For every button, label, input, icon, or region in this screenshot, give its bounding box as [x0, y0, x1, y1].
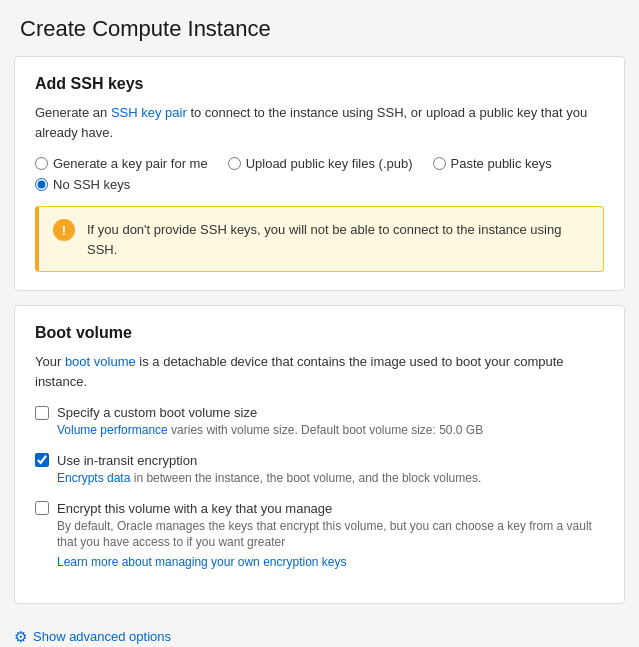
advanced-options-icon: ⚙ — [14, 628, 27, 646]
checkbox-encrypt-text: Encrypt this volume with a key that you … — [57, 501, 332, 516]
checkbox-intransit-input[interactable] — [35, 453, 49, 467]
checkbox-intransit-sublabel: Encrypts data in between the instance, t… — [57, 470, 604, 487]
ssh-section-desc: Generate an SSH key pair to connect to t… — [35, 103, 604, 142]
boot-section: Boot volume Your boot volume is a detach… — [14, 305, 625, 604]
warning-text: If you don't provide SSH keys, you will … — [87, 219, 589, 259]
radio-upload-label: Upload public key files (.pub) — [246, 156, 413, 171]
checkbox-intransit-text: Use in-transit encryption — [57, 453, 197, 468]
radio-nossh-input[interactable] — [35, 178, 48, 191]
warning-banner: ! If you don't provide SSH keys, you wil… — [35, 206, 604, 272]
radio-generate-input[interactable] — [35, 157, 48, 170]
learn-more-link[interactable]: Learn more about managing your own encry… — [57, 555, 347, 569]
ssh-key-pair-link[interactable]: SSH key pair — [111, 105, 187, 120]
boot-section-desc: Your boot volume is a detachable device … — [35, 352, 604, 391]
checkbox-encrypt-label[interactable]: Encrypt this volume with a key that you … — [35, 501, 604, 516]
ssh-desc-prefix: Generate an — [35, 105, 111, 120]
ssh-section: Add SSH keys Generate an SSH key pair to… — [14, 56, 625, 291]
boot-volume-link[interactable]: boot volume — [65, 354, 136, 369]
advanced-options-link[interactable]: ⚙ Show advanced options — [0, 618, 639, 647]
radio-paste-label: Paste public keys — [451, 156, 552, 171]
ssh-radio-group: Generate a key pair for me Upload public… — [35, 156, 604, 192]
checkbox-intransit-sublabel-suffix: in between the instance, the boot volume… — [130, 471, 481, 485]
advanced-options-label: Show advanced options — [33, 629, 171, 644]
radio-nossh[interactable]: No SSH keys — [35, 177, 130, 192]
warning-icon: ! — [53, 219, 75, 241]
checkbox-encrypt-sublabel: By default, Oracle manages the keys that… — [57, 518, 604, 552]
checkbox-custom-size-sublabel: Volume performance varies with volume si… — [57, 422, 604, 439]
checkbox-custom-size: Specify a custom boot volume size Volume… — [35, 405, 604, 439]
radio-upload[interactable]: Upload public key files (.pub) — [228, 156, 413, 171]
checkbox-custom-size-text: Specify a custom boot volume size — [57, 405, 257, 420]
checkbox-encrypt-sublabel-text: By default, Oracle manages the keys that… — [57, 519, 592, 550]
page-title: Create Compute Instance — [0, 0, 639, 56]
radio-upload-input[interactable] — [228, 157, 241, 170]
radio-paste-input[interactable] — [433, 157, 446, 170]
checkbox-encrypt: Encrypt this volume with a key that you … — [35, 501, 604, 571]
ssh-section-title: Add SSH keys — [35, 75, 604, 93]
checkbox-custom-size-label[interactable]: Specify a custom boot volume size — [35, 405, 604, 420]
checkbox-encrypt-input[interactable] — [35, 501, 49, 515]
checkbox-intransit-label[interactable]: Use in-transit encryption — [35, 453, 604, 468]
radio-generate[interactable]: Generate a key pair for me — [35, 156, 208, 171]
checkbox-intransit: Use in-transit encryption Encrypts data … — [35, 453, 604, 487]
volume-perf-link[interactable]: Volume performance — [57, 423, 168, 437]
checkbox-custom-size-input[interactable] — [35, 406, 49, 420]
radio-generate-label: Generate a key pair for me — [53, 156, 208, 171]
boot-section-title: Boot volume — [35, 324, 604, 342]
encrypts-data-link[interactable]: Encrypts data — [57, 471, 130, 485]
radio-nossh-label: No SSH keys — [53, 177, 130, 192]
radio-paste[interactable]: Paste public keys — [433, 156, 552, 171]
boot-desc-prefix: Your — [35, 354, 65, 369]
checkbox-encrypt-link-wrap: Learn more about managing your own encry… — [57, 554, 604, 571]
checkbox-custom-size-sublabel-suffix: varies with volume size. Default boot vo… — [168, 423, 483, 437]
